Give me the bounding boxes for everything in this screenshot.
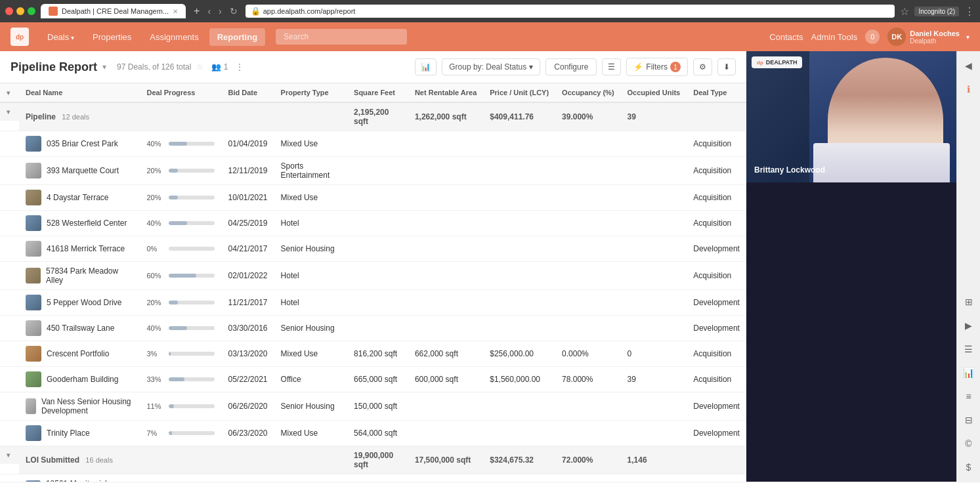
table-row[interactable]: 393 Marquette Court 20% 12/11/2019 Sport… bbox=[0, 157, 746, 185]
person-name: Brittany Lockwood bbox=[754, 165, 825, 175]
table-row[interactable]: Gooderham Building 33% 05/22/2021 Office… bbox=[0, 367, 746, 392]
group-name: LOI Submitted bbox=[26, 455, 79, 465]
nav-properties[interactable]: Properties bbox=[85, 28, 139, 46]
sidebar-grid-icon[interactable]: ⊞ bbox=[960, 293, 978, 311]
app-header: dp Deals Properties Assignments Reportin… bbox=[0, 22, 980, 51]
table-row[interactable]: Van Ness Senior Housing Development 11% … bbox=[0, 392, 746, 421]
table-row[interactable]: 450 Trailsway Lane 40% 03/30/2016 Senior… bbox=[0, 316, 746, 341]
filters-button[interactable]: ⚡ Filters 1 bbox=[626, 58, 688, 76]
th-occupied-units[interactable]: Occupied Units bbox=[621, 83, 687, 102]
group-expand-cell[interactable]: ▾ bbox=[0, 103, 19, 121]
group-count: 12 deals bbox=[62, 113, 89, 121]
deal-type: Acquisition bbox=[687, 367, 746, 392]
report-title-dropdown[interactable]: ▾ bbox=[102, 62, 106, 72]
deal-property-type: Mixed Use bbox=[274, 341, 348, 367]
group-by-button[interactable]: Group by: Deal Status ▾ bbox=[442, 58, 540, 75]
th-bid-date[interactable]: Bid Date bbox=[221, 83, 274, 102]
sidebar-back-icon[interactable]: ◀ bbox=[960, 56, 978, 75]
th-deal-name[interactable]: Deal Name bbox=[19, 83, 140, 102]
notification-button[interactable]: 0 bbox=[865, 30, 880, 44]
th-deal-type[interactable]: Deal Type bbox=[687, 83, 746, 102]
nav-admin-tools[interactable]: Admin Tools bbox=[811, 32, 858, 42]
chart-view-button[interactable]: 📊 bbox=[415, 58, 437, 75]
deals-table: ▾ Deal Name Deal Progress Bid Date Prope… bbox=[0, 83, 746, 482]
deal-progress-bar-fill bbox=[169, 221, 187, 225]
deal-expand-cell bbox=[0, 157, 19, 185]
table-row[interactable]: 5 Pepper Wood Drive 20% 11/21/2017 Hotel… bbox=[0, 290, 746, 316]
sidebar-clock-icon[interactable]: © bbox=[960, 434, 978, 453]
deal-expand-cell bbox=[0, 185, 19, 211]
deal-net-rentable bbox=[408, 131, 483, 157]
sidebar-play-icon[interactable]: ▶ bbox=[960, 316, 978, 335]
browser-nav: ‹ › ↻ bbox=[205, 5, 240, 18]
group-chevron-icon[interactable]: ▾ bbox=[7, 452, 10, 459]
th-deal-progress[interactable]: Deal Progress bbox=[140, 83, 221, 102]
deal-progress-pct: 33% bbox=[146, 375, 165, 383]
deal-type: Acquisition bbox=[687, 211, 746, 236]
user-menu[interactable]: DK Daniel Koches Dealpath ▾ bbox=[887, 28, 969, 46]
sidebar-chart-icon[interactable]: 📊 bbox=[960, 364, 978, 382]
deal-square-feet bbox=[347, 185, 408, 211]
forward-button[interactable]: › bbox=[216, 5, 224, 18]
group-by-arrow: ▾ bbox=[529, 62, 533, 72]
sidebar-list-icon[interactable]: ≡ bbox=[960, 387, 978, 406]
deal-name-cell: 4 Daystar Terrace bbox=[19, 185, 140, 211]
deal-name-cell: 18501 Manitowish Terrace bbox=[19, 474, 140, 482]
th-property-type[interactable]: Property Type bbox=[274, 83, 348, 102]
deal-progress-cell: 60% bbox=[140, 262, 221, 290]
deal-type: Acquisition bbox=[687, 341, 746, 367]
maximize-window-button[interactable] bbox=[28, 7, 35, 15]
new-tab-button[interactable]: + bbox=[194, 5, 200, 17]
bookmark-icon[interactable]: ☆ bbox=[900, 5, 909, 18]
th-net-rentable[interactable]: Net Rentable Area bbox=[408, 83, 483, 102]
th-expand[interactable]: ▾ bbox=[0, 83, 19, 102]
deal-bid-date: 10/01/2021 bbox=[221, 185, 274, 211]
table-row[interactable]: 528 Westerfield Center 40% 04/25/2019 Ho… bbox=[0, 211, 746, 236]
nav-deals[interactable]: Deals bbox=[39, 28, 82, 46]
incognito-badge: Incognito (2) bbox=[914, 7, 959, 16]
nav-reporting[interactable]: Reporting bbox=[209, 28, 265, 46]
table-row[interactable]: 41618 Merrick Terrace 0% 04/21/2017 Seni… bbox=[0, 236, 746, 262]
table-row[interactable]: Crescent Portfolio 3% 03/13/2020 Mixed U… bbox=[0, 341, 746, 367]
settings-button[interactable]: ⚙ bbox=[693, 58, 712, 75]
group-header-row: ▾ LOI Submitted 16 deals 19,900,000 sqft… bbox=[0, 446, 746, 474]
back-button[interactable]: ‹ bbox=[205, 5, 213, 18]
table-row[interactable]: 18501 Manitowish Terrace 40% 07/14/2019 … bbox=[0, 474, 746, 482]
nav-assignments[interactable]: Assignments bbox=[142, 28, 206, 46]
table-row[interactable]: Trinity Place 7% 06/23/2020 Mixed Use 56… bbox=[0, 421, 746, 446]
address-bar[interactable]: 🔒 app.dealpath.com/app/report bbox=[245, 5, 895, 18]
deal-progress-pct: 40% bbox=[146, 324, 165, 332]
browser-tab[interactable]: Dealpath | CRE Deal Managem... ✕ bbox=[41, 4, 186, 18]
header-search-input[interactable] bbox=[276, 29, 407, 45]
group-chevron-icon[interactable]: ▾ bbox=[7, 108, 10, 116]
report-favorite-button[interactable]: ☆ bbox=[196, 62, 203, 72]
sidebar-dollar-icon[interactable]: $ bbox=[960, 458, 978, 476]
deal-thumbnail bbox=[26, 136, 41, 152]
table-row[interactable]: 4 Daystar Terrace 20% 10/01/2021 Mixed U… bbox=[0, 185, 746, 211]
th-price-unit[interactable]: Price / Unit (LCY) bbox=[483, 83, 555, 102]
minimize-window-button[interactable] bbox=[16, 7, 24, 15]
refresh-button[interactable]: ↻ bbox=[227, 5, 240, 18]
table-row[interactable]: 035 Briar Crest Park 40% 01/04/2019 Mixe… bbox=[0, 131, 746, 157]
sidebar-lines-icon[interactable]: ☰ bbox=[960, 340, 978, 358]
app-logo[interactable]: dp bbox=[11, 28, 29, 46]
th-square-feet[interactable]: Square Feet bbox=[347, 83, 408, 102]
sidebar-table-icon[interactable]: ⊟ bbox=[960, 411, 978, 429]
download-button[interactable]: ⬇ bbox=[717, 58, 736, 75]
tab-close-button[interactable]: ✕ bbox=[173, 8, 178, 15]
list-view-button[interactable]: ☰ bbox=[602, 58, 621, 75]
sidebar-info-icon[interactable]: ℹ bbox=[960, 80, 978, 98]
configure-button[interactable]: Configure bbox=[545, 58, 597, 75]
deal-progress-bar-bg bbox=[169, 377, 215, 381]
deal-occupied-units bbox=[621, 290, 687, 316]
close-window-button[interactable] bbox=[5, 7, 13, 15]
deal-progress-bar-fill bbox=[169, 404, 174, 408]
browser-menu-icon[interactable]: ⋮ bbox=[964, 5, 975, 18]
report-more-button[interactable]: ⋮ bbox=[236, 62, 244, 72]
table-row[interactable]: 57834 Park Meadow Alley 60% 02/01/2022 H… bbox=[0, 262, 746, 290]
deal-expand-cell bbox=[0, 236, 19, 262]
group-expand-cell[interactable]: ▾ bbox=[0, 446, 19, 464]
deal-property-type: Sports Entertainment bbox=[274, 157, 348, 185]
nav-contacts[interactable]: Contacts bbox=[769, 32, 803, 42]
th-occupancy[interactable]: Occupancy (%) bbox=[555, 83, 620, 102]
